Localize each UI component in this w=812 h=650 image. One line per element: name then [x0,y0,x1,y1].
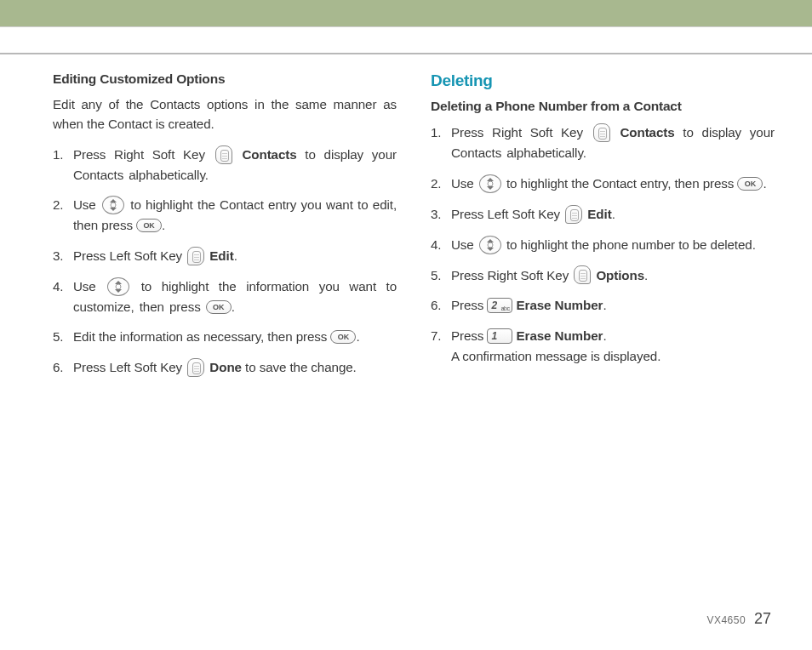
nav-key-icon [479,174,501,193]
text: Press Right Soft Key [451,268,572,282]
text: . [603,298,606,312]
text: to highlight the Contact entry, then pre… [506,176,738,191]
footer-model: VX4650 [706,614,746,626]
left-intro: Edit any of the Contacts options in the … [53,95,397,134]
text: . [356,329,359,344]
list-item: Press Left Soft Key Edit. [53,246,397,266]
list-item: Use to highlight the Contact entry you w… [53,195,397,236]
text-bold: Done [209,360,242,374]
text: A confirmation message is displayed. [451,349,660,363]
text: Press Right Soft Key [451,125,592,140]
text: . [232,299,235,314]
list-item: Press 2abc Erase Number. [431,295,775,316]
left-soft-key-icon [565,205,582,224]
text-bold: Edit [209,248,233,263]
list-item: Press Left Soft Key Edit. [431,204,775,225]
list-item: Press Right Soft Key Options. [431,265,775,286]
list-item: Press Right Soft Key Contacts to display… [431,123,775,163]
list-item: Press 1 Erase Number. A confirmation mes… [431,326,775,366]
list-item: Use to highlight the information you wan… [53,277,397,317]
text: Press Left Soft Key [73,248,186,263]
text: . [162,218,165,232]
right-section-title: Deleting [431,71,775,90]
left-soft-key-icon [187,358,204,377]
ok-key-icon: OK [206,300,232,314]
text: Press Right Soft Key [73,147,214,162]
column-left: Editing Customized Options Edit any of t… [53,71,397,388]
key-1-icon: 1 [487,328,512,344]
list-item: Edit the information as necessary, then … [53,327,397,347]
ok-key-icon: OK [330,330,356,344]
list-item: Press Left Soft Key Done to save the cha… [53,357,397,378]
right-subhead: Deleting a Phone Number from a Contact [431,99,775,114]
text: Edit the information as necessary, then … [73,329,330,344]
ok-key-icon: OK [136,219,162,232]
text-bold: Erase Number [517,298,603,312]
text: . [763,176,766,191]
text: Use [451,237,477,252]
left-subhead: Editing Customized Options [53,71,397,87]
text-bold: Edit [587,207,611,221]
page-footer: VX4650 27 [706,610,771,628]
text-bold: Erase Number [517,328,603,343]
text: Use [73,197,100,212]
list-item: Press Right Soft Key Contacts to display… [53,145,397,185]
text: Press [451,328,487,343]
right-steps: Press Right Soft Key Contacts to display… [431,123,775,366]
text-bold: Contacts [620,125,674,140]
nav-key-icon [107,277,129,296]
page-content: Editing Customized Options Edit any of t… [0,54,812,388]
right-soft-key-icon [215,145,232,164]
column-right: Deleting Deleting a Phone Number from a … [431,71,775,388]
text: . [644,268,648,282]
header-bar [0,0,812,27]
text: . [603,328,606,343]
text: . [612,207,615,221]
text: Press Left Soft Key [73,360,186,374]
nav-key-icon [102,196,124,214]
text: to save the change. [245,360,357,374]
text: Press Left Soft Key [451,207,563,221]
left-steps: Press Right Soft Key Contacts to display… [53,145,397,378]
right-soft-key-icon [574,265,591,284]
footer-page-number: 27 [754,610,771,627]
key-2-icon: 2abc [487,298,512,313]
text: Use [451,176,477,191]
nav-key-icon [479,236,501,254]
left-soft-key-icon [187,247,204,265]
text-bold: Contacts [242,147,296,162]
text: Use [73,279,106,294]
ok-key-icon: OK [737,177,763,191]
text: Press [451,298,487,312]
right-soft-key-icon [593,123,610,142]
list-item: Use to highlight the Contact entry, then… [431,174,775,194]
list-item: Use to highlight the phone number to be … [431,235,775,255]
text-bold: Options [596,268,644,282]
text: . [234,248,237,263]
text: to highlight the phone number to be dele… [506,237,756,252]
